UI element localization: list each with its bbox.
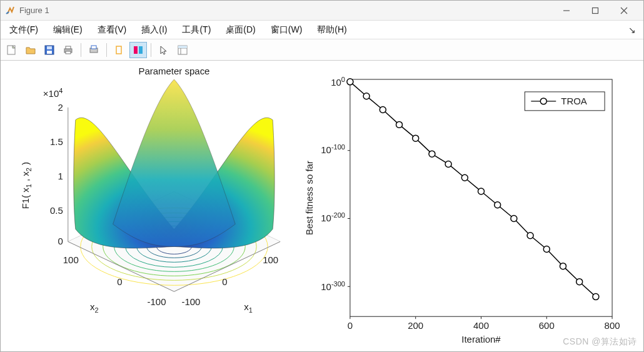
new-figure-button[interactable]: [3, 42, 21, 58]
svg-text:600: 600: [539, 320, 555, 331]
toolbar-separator: [106, 43, 107, 57]
svg-text:0: 0: [117, 276, 122, 287]
panel-tool-button[interactable]: [129, 42, 147, 58]
svg-text:0: 0: [58, 236, 63, 246]
surface-cusp: [113, 79, 236, 246]
rectangle-tool-button[interactable]: [111, 42, 128, 58]
svg-point-69: [429, 151, 435, 157]
menu-dropdown-icon[interactable]: ↘: [628, 25, 641, 35]
svg-text:1.5: 1.5: [50, 136, 63, 147]
svg-point-73: [495, 202, 501, 208]
y-ticks: 100 10-100 10-200 10-300: [321, 76, 345, 292]
toolbar: [1, 39, 643, 61]
svg-point-67: [396, 121, 403, 128]
svg-rect-13: [91, 46, 96, 49]
svg-text:-100: -100: [181, 296, 200, 307]
svg-rect-10: [66, 46, 71, 49]
svg-point-75: [527, 233, 533, 239]
svg-text:400: 400: [473, 320, 489, 331]
svg-rect-14: [116, 46, 121, 54]
toolbar-separator: [151, 43, 151, 57]
svg-text:0: 0: [222, 276, 227, 287]
svg-rect-16: [139, 46, 143, 54]
menu-edit[interactable]: 编辑(E): [47, 22, 89, 38]
titlebar[interactable]: Figure 1: [1, 1, 643, 21]
toolbar-separator: [81, 43, 81, 57]
svg-text:10-300: 10-300: [321, 280, 345, 292]
open-button[interactable]: [22, 42, 39, 58]
svg-point-66: [380, 106, 386, 113]
svg-rect-7: [47, 46, 52, 49]
figure-content: Parameter space ×104 2 1.5 1 0.5 0: [1, 61, 643, 351]
svg-point-64: [347, 79, 353, 85]
svg-text:100: 100: [63, 254, 79, 265]
svg-rect-45: [350, 79, 612, 316]
print-button[interactable]: [59, 42, 77, 58]
ylabel-right: Best fitness so far: [304, 161, 314, 235]
svg-point-77: [560, 263, 566, 269]
svg-point-79: [593, 294, 599, 300]
svg-text:10-200: 10-200: [321, 212, 345, 224]
z-label: F1( x1 , x2 ): [20, 162, 33, 209]
svg-point-68: [413, 135, 419, 141]
svg-text:200: 200: [408, 320, 423, 331]
figure-window: Figure 1 文件(F) 编辑(E) 查看(V) 插入(I) 工具(T) 桌…: [0, 0, 644, 352]
x2-label: x2: [90, 301, 99, 314]
menu-insert[interactable]: 插入(I): [135, 22, 173, 38]
legend-label: TROA: [561, 96, 587, 106]
svg-point-71: [461, 174, 468, 181]
maximize-button[interactable]: [581, 1, 610, 20]
save-button[interactable]: [41, 42, 58, 58]
svg-text:10-100: 10-100: [321, 143, 345, 155]
svg-text:2: 2: [58, 102, 63, 113]
svg-text:100: 100: [263, 254, 278, 265]
z-ticks: 2 1.5 1 0.5 0: [50, 102, 63, 247]
svg-text:0.5: 0.5: [50, 205, 63, 216]
svg-point-74: [511, 216, 517, 222]
menu-tools[interactable]: 工具(T): [176, 22, 217, 38]
svg-text:1: 1: [58, 171, 63, 181]
menu-view[interactable]: 查看(V): [91, 22, 133, 38]
menu-window[interactable]: 窗口(W): [264, 22, 309, 38]
svg-text:-100: -100: [148, 296, 166, 307]
svg-text:100: 100: [331, 76, 345, 88]
svg-point-65: [363, 93, 370, 99]
menu-desktop[interactable]: 桌面(D): [219, 22, 261, 38]
x-ticks: [350, 316, 612, 319]
svg-rect-1: [593, 8, 598, 13]
legend[interactable]: TROA: [525, 92, 605, 111]
x1-label: x1: [244, 301, 253, 314]
x-tick-labels: 0 200 400 600 800: [348, 320, 620, 331]
pointer-tool-button[interactable]: [155, 42, 173, 58]
minimize-button[interactable]: [552, 1, 581, 20]
svg-point-76: [543, 246, 550, 252]
svg-text:800: 800: [605, 320, 620, 331]
matlab-logo-icon: [6, 6, 16, 16]
print-preview-button[interactable]: [85, 42, 103, 58]
svg-text:0: 0: [348, 320, 353, 331]
svg-rect-8: [47, 51, 52, 54]
menu-file[interactable]: 文件(F): [3, 22, 44, 38]
svg-rect-20: [178, 46, 187, 48]
svg-point-72: [478, 188, 485, 194]
z-exponent: ×104: [43, 87, 63, 99]
svg-point-82: [540, 98, 546, 104]
xlabel-right: Iteration#: [461, 334, 501, 344]
svg-rect-15: [134, 46, 138, 54]
menu-help[interactable]: 帮助(H): [311, 22, 353, 38]
window-title: Figure 1: [19, 6, 49, 15]
close-button[interactable]: [610, 1, 638, 20]
axes-convergence[interactable]: 100 10-100 10-200 10-300: [304, 76, 620, 344]
svg-point-70: [445, 161, 451, 167]
plot-area: Parameter space ×104 2 1.5 1 0.5 0: [1, 61, 643, 351]
title-left: Parameter space: [138, 66, 209, 76]
svg-rect-11: [66, 51, 71, 54]
axes-parameter-space[interactable]: Parameter space ×104 2 1.5 1 0.5 0: [20, 66, 280, 314]
menu-bar: 文件(F) 编辑(E) 查看(V) 插入(I) 工具(T) 桌面(D) 窗口(W…: [1, 21, 643, 39]
inspector-button[interactable]: [174, 42, 191, 58]
svg-point-78: [576, 279, 583, 285]
